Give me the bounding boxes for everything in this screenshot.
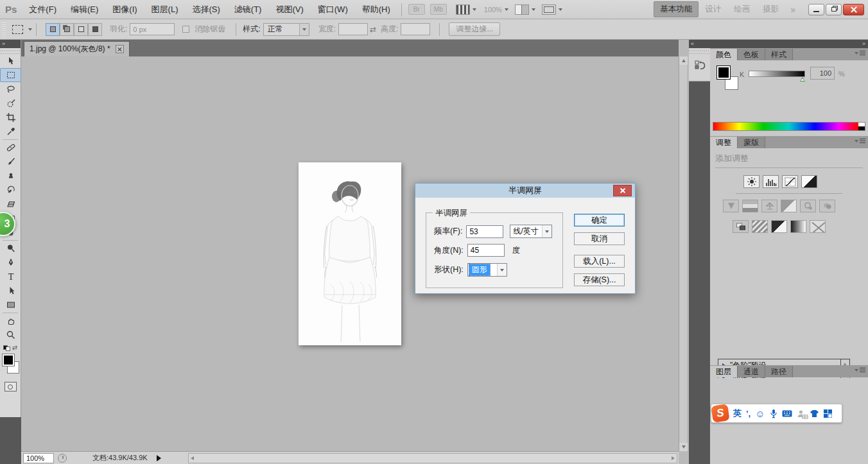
minimize-button[interactable]	[808, 4, 824, 15]
menu-help[interactable]: 帮助(H)	[355, 0, 397, 19]
menu-window[interactable]: 窗口(W)	[311, 0, 355, 19]
tab-styles[interactable]: 样式	[765, 49, 793, 60]
tab-color[interactable]: 颜色	[710, 49, 738, 60]
style-dropdown[interactable]: 正常	[263, 23, 309, 36]
tool-pen[interactable]	[0, 255, 21, 270]
dialog-close-button[interactable]	[613, 185, 632, 196]
brightness-contrast-button[interactable]	[743, 175, 759, 188]
sogou-logo[interactable]: S	[711, 404, 729, 422]
threshold-button[interactable]	[771, 220, 787, 233]
menu-select[interactable]: 选择(S)	[185, 0, 227, 19]
skin-icon[interactable]	[810, 409, 819, 418]
k-slider-handle[interactable]	[800, 77, 805, 82]
view-extras-dropdown[interactable]	[449, 4, 476, 15]
scroll-right-arrow[interactable]	[672, 456, 675, 460]
swap-colors-icon[interactable]: ⇄	[12, 344, 17, 351]
tool-shape[interactable]	[0, 298, 21, 312]
scroll-up-arrow[interactable]	[679, 56, 688, 65]
tool-crop[interactable]	[0, 110, 21, 125]
k-slider-track[interactable]	[749, 71, 805, 77]
close-button[interactable]	[843, 4, 864, 15]
vibrance-button[interactable]	[723, 200, 739, 212]
tool-lasso[interactable]	[0, 82, 21, 96]
scroll-left-arrow[interactable]	[191, 456, 194, 460]
tools-collapse-header[interactable]: »	[0, 40, 21, 48]
channel-mixer-button[interactable]	[819, 200, 835, 212]
menu-view[interactable]: 视图(V)	[268, 0, 310, 19]
tool-zoom[interactable]	[0, 328, 21, 342]
ok-button[interactable]: 确定	[574, 214, 625, 227]
ime-language-mode[interactable]: 英	[733, 408, 742, 419]
tab-channels[interactable]: 通道	[738, 366, 765, 377]
menu-file[interactable]: 文件(F)	[22, 0, 64, 19]
tool-history-brush[interactable]	[0, 183, 21, 197]
menu-edit[interactable]: 编辑(E)	[64, 0, 105, 19]
exposure-button[interactable]	[801, 175, 817, 188]
tool-type[interactable]: T	[0, 270, 21, 284]
tool-eyedropper[interactable]	[0, 125, 21, 139]
tool-dodge[interactable]	[0, 241, 21, 255]
selection-intersect-button[interactable]	[88, 23, 102, 36]
status-flyout-button[interactable]	[157, 455, 161, 461]
foreground-color-swatch[interactable]	[716, 65, 731, 80]
tab-adjustments[interactable]: 调整	[710, 137, 738, 148]
dialog-title-bar[interactable]: 半调网屏	[415, 184, 635, 198]
width-input[interactable]	[338, 23, 368, 35]
arrange-documents-dropdown[interactable]	[508, 4, 535, 15]
document-tab[interactable]: 1.jpg @ 100%(灰色/8) *	[24, 41, 130, 56]
tab-swatches[interactable]: 色板	[738, 49, 765, 60]
frequency-unit-dropdown[interactable]: 线/英寸	[510, 225, 552, 238]
selection-add-button[interactable]	[60, 23, 74, 36]
spectrum-bw-cap[interactable]	[858, 123, 865, 130]
workspace-photography[interactable]: 摄影	[756, 2, 785, 17]
frequency-input[interactable]	[466, 225, 503, 238]
menu-filter[interactable]: 滤镜(T)	[227, 0, 269, 19]
tab-masks[interactable]: 蒙版	[738, 137, 765, 148]
workspace-essentials[interactable]: 基本功能	[654, 1, 699, 17]
quick-mask-button[interactable]	[4, 382, 17, 391]
levels-button[interactable]	[763, 175, 779, 188]
menu-layer[interactable]: 图层(L)	[144, 0, 186, 19]
panel-menu-button[interactable]	[855, 51, 865, 55]
menu-image[interactable]: 图像(I)	[105, 0, 144, 19]
invert-button[interactable]	[733, 220, 749, 233]
toolbox-icon[interactable]	[824, 409, 832, 418]
login-user-icon[interactable]: 15	[797, 409, 805, 418]
posterize-button[interactable]	[752, 220, 768, 233]
curves-button[interactable]	[782, 175, 798, 188]
save-button[interactable]: 存储(S)...	[574, 273, 625, 286]
history-panel-button[interactable]	[692, 58, 707, 73]
load-button[interactable]: 载入(L)...	[574, 255, 625, 268]
angle-input[interactable]	[467, 244, 505, 257]
selection-subtract-button[interactable]	[74, 23, 88, 36]
tab-paths[interactable]: 路径	[765, 366, 793, 377]
zoom-level-field[interactable]: 100%	[23, 453, 54, 463]
shape-dropdown[interactable]: 圆形	[467, 263, 507, 277]
screen-mode-dropdown[interactable]	[535, 4, 562, 15]
foreground-color-swatch[interactable]	[2, 354, 15, 366]
height-input[interactable]	[401, 23, 430, 35]
workspace-painting[interactable]: 绘画	[727, 2, 756, 17]
panel-menu-button[interactable]	[855, 368, 865, 372]
launch-minibridge-button[interactable]: Mb	[430, 4, 447, 15]
emoji-icon[interactable]: ☺	[755, 408, 765, 419]
tool-eraser[interactable]	[0, 197, 21, 211]
tool-clone-stamp[interactable]	[0, 169, 21, 183]
swap-dimensions-icon[interactable]: ⇄	[370, 25, 376, 34]
default-colors-control[interactable]: ⇄	[0, 342, 21, 352]
refine-edge-button[interactable]: 调整边缘...	[449, 22, 500, 36]
workspace-design[interactable]: 设计	[699, 2, 727, 17]
vertical-scrollbar[interactable]	[679, 56, 687, 451]
gradient-map-button[interactable]	[790, 220, 806, 233]
document-close-button[interactable]	[116, 45, 124, 53]
tool-rectangular-marquee[interactable]	[0, 68, 21, 82]
dock-collapse-header[interactable]: »	[710, 40, 868, 48]
microphone-icon[interactable]	[770, 409, 777, 418]
marquee-tool-preset-icon[interactable]	[12, 25, 23, 34]
soft-keyboard-icon[interactable]	[782, 410, 792, 417]
ime-punctuation-toggle[interactable]: ’,	[746, 409, 751, 418]
panel-menu-button[interactable]	[855, 139, 865, 143]
k-value-field[interactable]: 100	[810, 67, 835, 80]
restore-button[interactable]	[826, 4, 842, 15]
cancel-button[interactable]: 取消	[574, 232, 625, 245]
